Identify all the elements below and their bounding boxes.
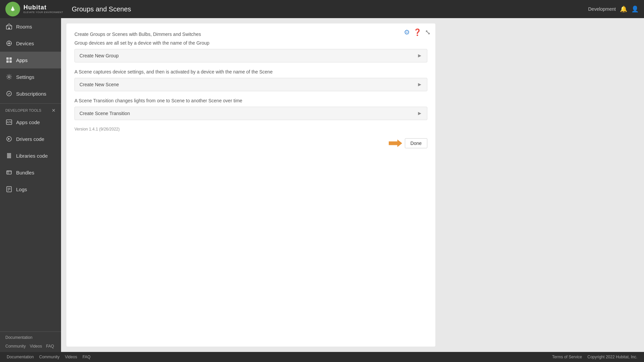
footer-nav-community[interactable]: Community [39,355,60,359]
svg-rect-4 [8,28,10,29]
svg-rect-2 [12,10,14,11]
notification-icon[interactable]: 🔔 [620,5,627,13]
logo-area: Hubitat Elevate Your Environment [5,2,66,16]
create-new-group-label: Create New Group [79,53,119,58]
sidebar-footer: Documentation Community Videos FAQ [0,331,61,352]
scene-chevron-icon: ► [417,82,422,88]
sidebar-item-logs[interactable]: Logs [0,181,61,198]
footer-link-faq[interactable]: FAQ [46,344,54,349]
version-text: Version 1.4.1 (9/26/2022) [74,127,427,132]
developer-section-label: Developer tools [5,108,41,112]
svg-marker-27 [389,140,402,147]
settings-gear-icon[interactable]: ⚙ [404,28,410,36]
footer-nav-faq[interactable]: FAQ [83,355,91,359]
svg-point-6 [8,43,10,44]
apps-icon [5,56,13,64]
apps-code-icon [5,118,13,126]
group-description-2: Group devices are all set by a device wi… [74,40,427,46]
group-description-1: Create Groups or Scenes with Bulbs, Dimm… [74,32,427,37]
svg-rect-14 [9,60,12,63]
bundles-icon [5,169,13,176]
sidebar-item-apps-code[interactable]: Apps code [0,114,61,131]
sidebar-item-logs-label: Logs [16,187,27,192]
svg-line-18 [9,121,9,123]
sidebar-item-drivers-code[interactable]: Drivers code [0,131,61,147]
topbar-right: Development 🔔 👤 [588,5,639,13]
sidebar-item-drivers-code-label: Drivers code [16,136,44,142]
sidebar: Rooms Devices [0,18,61,352]
sidebar-item-devices[interactable]: Devices [0,35,61,52]
sidebar-item-subscriptions[interactable]: Subscriptions [0,85,61,102]
footer-nav-docs[interactable]: Documentation [7,355,34,359]
settings-icon [5,73,13,81]
logs-icon [5,186,13,193]
sidebar-item-rooms-label: Rooms [16,24,32,30]
page-title: Groups and Scenes [72,5,583,13]
sidebar-item-subscriptions-label: Subscriptions [16,91,46,97]
logo-text: Hubitat Elevate Your Environment [23,4,63,13]
help-icon[interactable]: ❓ [413,28,422,36]
footer-link-community[interactable]: Community [5,344,26,349]
sidebar-item-apps-label: Apps [16,57,28,63]
topbar: Hubitat Elevate Your Environment Groups … [0,0,644,18]
sidebar-item-libraries-code[interactable]: Libraries code [0,147,61,164]
svg-rect-12 [9,57,12,60]
sidebar-item-settings[interactable]: Settings [0,68,61,85]
developer-tools-section: Developer tools ✕ [0,105,61,114]
done-button[interactable]: Done [405,138,427,148]
svg-point-15 [8,76,10,78]
sidebar-item-bundles-label: Bundles [16,170,34,175]
footer-copyright: Copyright 2022 Hubitat, Inc. [587,355,637,359]
sidebar-item-bundles[interactable]: Bundles [0,164,61,181]
main-layout: Rooms Devices [0,18,644,352]
rooms-icon [5,23,13,30]
svg-rect-13 [6,60,9,63]
create-scene-transition-label: Create Scene Transition [79,111,130,116]
sidebar-item-devices-label: Devices [16,41,34,46]
done-area: Done [74,138,427,148]
footer-right-links: Terms of Service Copyright 2022 Hubitat,… [552,355,637,359]
create-new-group-row[interactable]: Create New Group ► [74,49,427,62]
libraries-code-icon [5,152,13,159]
env-label: Development [588,6,616,12]
sidebar-item-apps[interactable]: Apps [0,52,61,68]
sidebar-item-apps-code-label: Apps code [16,119,40,125]
group-chevron-icon: ► [417,53,422,59]
content-area: ⚙ ❓ ⤡ Create Groups or Scenes with Bulbs… [61,18,644,352]
devices-icon [5,40,13,47]
create-new-scene-label: Create New Scene [79,82,119,87]
brand-name: Hubitat [23,4,63,11]
footer-tos[interactable]: Terms of Service [552,355,582,359]
svg-rect-20 [7,171,11,174]
done-arrow-icon [389,139,402,148]
app-panel: ⚙ ❓ ⤡ Create Groups or Scenes with Bulbs… [66,23,435,347]
panel-toolbar: ⚙ ❓ ⤡ [404,28,431,36]
footer-link-docs[interactable]: Documentation [5,335,33,340]
create-scene-transition-row[interactable]: Create Scene Transition ► [74,107,427,120]
footer-link-videos[interactable]: Videos [30,344,42,349]
create-new-scene-row[interactable]: Create New Scene ► [74,78,427,91]
logo-icon [5,2,20,16]
collapse-icon[interactable]: ✕ [52,108,56,113]
expand-icon[interactable]: ⤡ [425,28,431,36]
svg-rect-11 [6,57,9,60]
footer-nav-videos[interactable]: Videos [65,355,77,359]
subscriptions-icon [5,90,13,97]
sidebar-item-settings-label: Settings [16,74,34,80]
footer-nav-links: Documentation Community Videos FAQ [7,355,91,359]
drivers-code-icon [5,135,13,143]
transition-chevron-icon: ► [417,110,422,116]
account-icon[interactable]: 👤 [631,5,639,13]
sidebar-item-rooms[interactable]: Rooms [0,18,61,35]
scene-description: A Scene captures device settings, and th… [74,69,427,74]
page-footer: Documentation Community Videos FAQ Terms… [0,352,644,362]
transition-description: A Scene Transition changes lights from o… [74,98,427,103]
sidebar-item-libraries-code-label: Libraries code [16,153,48,159]
brand-tagline: Elevate Your Environment [23,11,63,14]
